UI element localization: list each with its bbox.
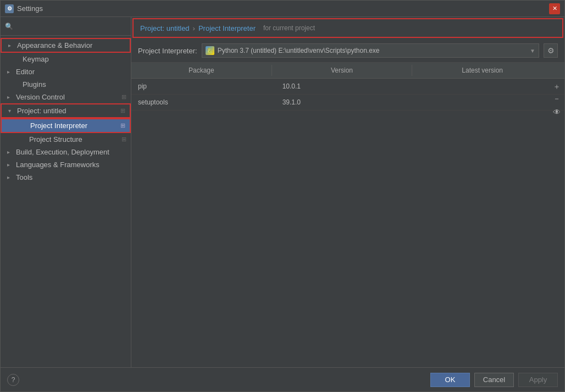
breadcrumb-current[interactable]: Project Interpreter [198, 24, 256, 32]
sidebar-item-label: Appearance & Behavior [17, 41, 92, 49]
window-controls: ✕ [549, 3, 560, 14]
window-title: Settings [17, 4, 549, 13]
sidebar-item-tools[interactable]: Tools [1, 171, 131, 184]
footer: ? OK Cancel Apply [1, 367, 564, 391]
sidebar-item-languages[interactable]: Languages & Frameworks [1, 158, 131, 171]
triangle-icon [7, 149, 14, 156]
table-row[interactable]: setuptools 39.1.0 [131, 95, 564, 111]
triangle-icon [7, 94, 14, 101]
sidebar: 🔍 Appearance & Behavior Keymap Editor [1, 17, 131, 367]
sidebar-item-label: Languages & Frameworks [16, 161, 99, 169]
breadcrumb-project[interactable]: Project: untitled [140, 24, 190, 32]
cell-latest-setuptools [420, 97, 564, 108]
cancel-button[interactable]: Cancel [474, 373, 514, 387]
triangle-icon [8, 42, 15, 49]
sidebar-item-label: Tools [16, 173, 32, 181]
project-icon: ⊞ [120, 107, 125, 114]
sidebar-item-keymap[interactable]: Keymap [1, 53, 131, 65]
close-button[interactable]: ✕ [549, 3, 560, 14]
help-button[interactable]: ? [7, 374, 19, 386]
interpreter-select-value: 🐍 Python 3.7 (untitled) E:\untitled\venv… [206, 46, 530, 55]
settings-window: ⚙ Settings ✕ 🔍 Appearance & Behavior [0, 0, 565, 392]
sidebar-item-label: Project Interpreter [30, 122, 87, 130]
interpreter-select[interactable]: 🐍 Python 3.7 (untitled) E:\untitled\venv… [202, 43, 539, 58]
sidebar-item-project-untitled[interactable]: Project: untitled ⊞ [1, 103, 131, 118]
interpreter-label: Project Interpreter: [138, 47, 197, 55]
cell-package-setuptools: setuptools [131, 97, 276, 108]
app-icon: ⚙ [5, 4, 14, 13]
sidebar-item-project-structure[interactable]: Project Structure ⊞ [1, 133, 131, 146]
apply-button[interactable]: Apply [518, 373, 558, 387]
eye-button[interactable]: 👁 [551, 107, 562, 118]
triangle-icon [7, 174, 14, 181]
add-package-button[interactable]: ＋ [551, 81, 562, 92]
triangle-icon [7, 162, 14, 168]
sidebar-item-label: Keymap [23, 55, 49, 63]
triangle-icon [7, 69, 14, 75]
sidebar-item-label: Project Structure [29, 135, 82, 143]
sidebar-item-label: Version Control [16, 93, 65, 101]
search-icon: 🔍 [5, 23, 13, 30]
table-row[interactable]: pip 10.0.1 [131, 79, 564, 95]
breadcrumb-separator: › [193, 24, 195, 32]
sidebar-item-label: Editor [16, 68, 35, 76]
sidebar-item-project-interpreter[interactable]: Project Interpreter ⊞ [1, 118, 131, 133]
sidebar-item-label: Project: untitled [17, 107, 67, 115]
table-body: pip 10.0.1 setuptools 39.1.0 [131, 79, 564, 111]
cell-version-setuptools: 39.1.0 [276, 97, 420, 108]
cell-package-pip: pip [131, 81, 276, 92]
packages-area: Package Version Latest version pip 10.0.… [131, 63, 564, 367]
cell-latest-pip [420, 81, 564, 92]
triangle-icon [8, 108, 15, 114]
sidebar-item-appearance[interactable]: Appearance & Behavior [1, 38, 131, 53]
sidebar-item-plugins[interactable]: Plugins [1, 78, 131, 91]
content-area: Project: untitled › Project Interpreter … [131, 17, 564, 367]
sidebar-item-build-execution[interactable]: Build, Execution, Deployment [1, 146, 131, 158]
title-bar: ⚙ Settings ✕ [1, 1, 564, 17]
breadcrumb: Project: untitled › Project Interpreter … [132, 18, 563, 38]
footer-left: ? [7, 374, 19, 386]
sidebar-item-label: Plugins [23, 80, 46, 89]
cell-version-pip: 10.0.1 [276, 81, 420, 92]
sidebar-item-version-control[interactable]: Version Control ⊞ [1, 91, 131, 103]
sidebar-item-editor[interactable]: Editor [1, 65, 131, 78]
ok-button[interactable]: OK [430, 373, 470, 387]
python-icon: 🐍 [206, 46, 214, 55]
sidebar-item-label: Build, Execution, Deployment [16, 148, 109, 156]
sidebar-items-list: Appearance & Behavior Keymap Editor Plug… [1, 36, 131, 367]
gear-button[interactable]: ⚙ [544, 43, 558, 58]
table-header: Package Version Latest version [131, 63, 564, 79]
vcs-icon: ⊞ [121, 93, 126, 101]
col-package: Package [131, 65, 272, 76]
interpreter-value: Python 3.7 (untitled) E:\untitled\venv\S… [218, 47, 380, 54]
packages-table: Package Version Latest version pip 10.0.… [131, 63, 564, 367]
structure-icon: ⊞ [121, 136, 126, 143]
col-version: Version [272, 65, 413, 76]
col-latest: Latest version [412, 65, 564, 76]
remove-package-button[interactable]: － [551, 93, 562, 104]
search-input[interactable] [15, 22, 126, 30]
interpreter-row: Project Interpreter: 🐍 Python 3.7 (untit… [131, 39, 564, 63]
interpreter-page-icon: ⊞ [120, 122, 125, 129]
footer-right: OK Cancel Apply [430, 373, 558, 387]
dropdown-arrow-icon: ▼ [530, 48, 535, 54]
breadcrumb-for-current: for current project [263, 24, 315, 32]
search-box[interactable]: 🔍 [1, 17, 131, 36]
main-area: 🔍 Appearance & Behavior Keymap Editor [1, 17, 564, 367]
